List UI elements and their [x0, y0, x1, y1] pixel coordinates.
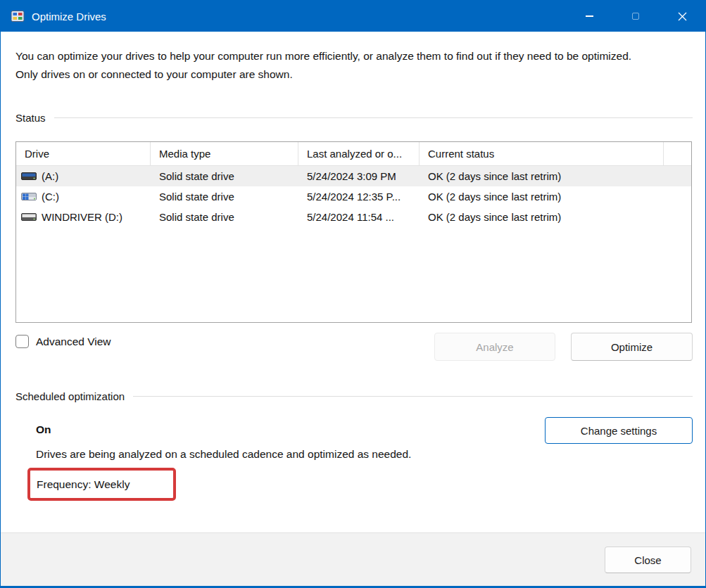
column-header-filler: [664, 142, 691, 165]
window-title: Optimize Drives: [32, 11, 106, 23]
intro-text: You can optimize your drives to help you…: [15, 47, 655, 84]
drives-table-header: Drive Media type Last analyzed or o... C…: [16, 142, 691, 166]
analyze-button[interactable]: Analyze: [434, 333, 555, 361]
drives-table: Drive Media type Last analyzed or o... C…: [15, 141, 692, 323]
status-section-label: Status: [15, 112, 46, 124]
schedule-frequency: Frequency: Weekly: [37, 478, 130, 491]
drive-name: (A:): [42, 170, 58, 182]
close-button[interactable]: [659, 1, 705, 32]
current-status: OK (2 days since last retrim): [420, 170, 664, 182]
change-settings-button[interactable]: Change settings: [545, 417, 693, 444]
table-row-drive-c[interactable]: (C:) Solid state drive 5/24/2024 12:35 P…: [16, 186, 691, 207]
column-header-last-analyzed[interactable]: Last analyzed or o...: [298, 142, 420, 165]
close-dialog-button[interactable]: Close: [605, 547, 691, 573]
annotation-red-box: Frequency: Weekly: [27, 468, 176, 501]
drive-name: (C:): [42, 191, 59, 203]
table-row-drive-a[interactable]: (A:) Solid state drive 5/24/2024 3:09 PM…: [16, 166, 691, 186]
column-header-drive[interactable]: Drive: [16, 142, 151, 165]
table-row-drive-d[interactable]: WINDRIVER (D:) Solid state drive 5/24/20…: [16, 207, 691, 227]
schedule-state: On: [36, 423, 51, 436]
advanced-view-label: Advanced View: [36, 335, 111, 348]
last-analyzed: 5/24/2024 12:35 P...: [298, 191, 420, 203]
optimize-button[interactable]: Optimize: [571, 333, 693, 361]
drive-d-icon: [21, 212, 37, 222]
maximize-icon: [632, 13, 639, 20]
media-type: Solid state drive: [151, 191, 298, 203]
media-type: Solid state drive: [151, 211, 298, 223]
advanced-view-checkbox[interactable]: [15, 335, 29, 348]
defrag-app-icon: [11, 9, 25, 23]
scheduled-section-divider: [133, 396, 693, 397]
titlebar: Optimize Drives: [1, 1, 705, 32]
close-icon: [678, 12, 687, 21]
last-analyzed: 5/24/2024 11:54 ...: [298, 211, 420, 223]
minimize-icon: [586, 15, 593, 17]
column-header-media-type[interactable]: Media type: [151, 142, 298, 165]
status-section-divider: [54, 117, 693, 118]
current-status: OK (2 days since last retrim): [420, 211, 664, 223]
drive-name: WINDRIVER (D:): [42, 211, 122, 223]
column-header-current-status[interactable]: Current status: [420, 142, 664, 165]
scheduled-section-header: Scheduled optimization: [15, 390, 693, 402]
window-controls: [566, 1, 705, 32]
schedule-description: Drives are being analyzed on a scheduled…: [36, 448, 411, 461]
current-status: OK (2 days since last retrim): [420, 191, 664, 203]
advanced-view-row: Advanced View: [15, 335, 111, 348]
last-analyzed: 5/24/2024 3:09 PM: [298, 170, 420, 182]
scheduled-section-label: Scheduled optimization: [15, 390, 125, 402]
maximize-button: [612, 1, 659, 32]
status-section-header: Status: [15, 112, 693, 124]
minimize-button[interactable]: [566, 1, 612, 32]
dialog-footer: Close: [1, 532, 705, 586]
drive-c-windows-icon: [21, 191, 37, 202]
optimize-drives-window: Optimize Drives You can optimize your dr…: [0, 0, 706, 588]
drive-a-icon: [21, 171, 37, 181]
media-type: Solid state drive: [151, 170, 298, 182]
